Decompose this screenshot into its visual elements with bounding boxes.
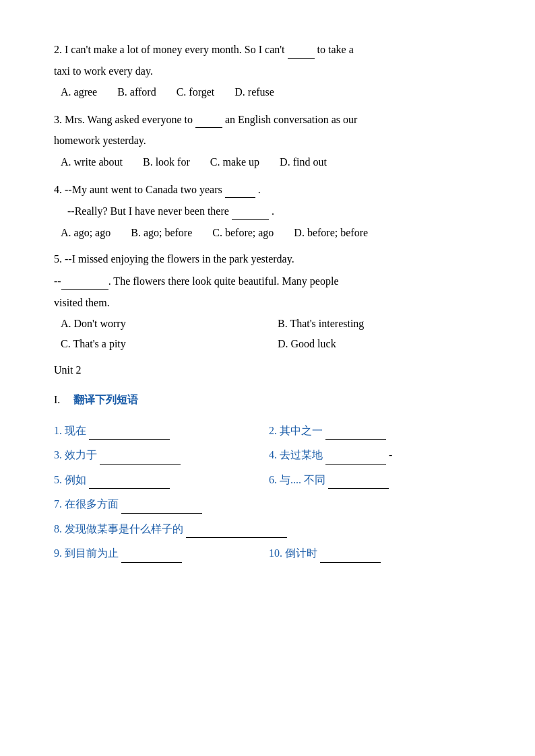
q2-options: A. agree B. afford C. forget D. refuse	[54, 83, 481, 101]
trans-item-10: 10. 倒计时	[269, 545, 481, 563]
trans-4-text: 去过某地	[280, 446, 323, 464]
trans-8-text: 发现做某事是什么样子的	[65, 520, 183, 538]
q5-line1: 5. --I missed enjoying the flowers in th…	[54, 250, 481, 268]
unit-title: Unit 2	[54, 362, 481, 379]
q2-text-prefix: 2. I can't make a lot of money every mon…	[54, 44, 285, 55]
q4-option-a: A. ago; ago	[61, 224, 111, 242]
trans-5-blank	[89, 471, 170, 489]
q2-text-line2: taxi to work every day.	[54, 63, 481, 80]
q3-option-a: A. write about	[61, 153, 123, 171]
q4-blank1	[225, 180, 255, 199]
trans-item-9: 9. 到目前为止	[54, 545, 266, 563]
q5-options: A. Don't worry B. That's interesting C. …	[54, 315, 481, 352]
q3-option-b: B. look for	[143, 153, 190, 171]
trans-4-suffix: -	[389, 446, 392, 464]
trans-9-number: 9.	[54, 545, 62, 562]
trans-row-6: 9. 到目前为止 10. 倒计时	[54, 545, 481, 563]
q5-l2-prefix: --	[54, 275, 61, 287]
trans-3-number: 3.	[54, 446, 62, 464]
trans-row-1: 1. 现在 2. 其中之一	[54, 422, 481, 440]
question-5: 5. --I missed enjoying the flowers in th…	[54, 250, 481, 352]
q3-text-suffix: an English conversation as our	[225, 114, 357, 125]
q3-option-d: D. find out	[280, 153, 327, 171]
translation-list: 1. 现在 2. 其中之一 3. 效力于 4. 去过某地 - 5. 例如	[54, 422, 481, 563]
trans-5-text: 例如	[65, 471, 86, 489]
q3-option-c: C. make up	[210, 153, 259, 171]
q2-text: 2. I can't make a lot of money every mon…	[54, 40, 481, 59]
q4-d1-prefix: 4. --My aunt went to Canada two years	[54, 184, 222, 195]
trans-3-blank	[100, 446, 181, 465]
q4-option-d: D. before; before	[294, 224, 368, 242]
q3-text-prefix: 3. Mrs. Wang asked everyone to	[54, 114, 193, 125]
section-i-header: I. 翻译下列短语	[54, 384, 481, 415]
trans-1-number: 1.	[54, 422, 62, 440]
trans-2-text: 其中之一	[280, 422, 323, 440]
q4-dialogue2: --Really? But I have never been there .	[54, 202, 481, 220]
trans-7-blank	[121, 495, 202, 514]
q4-dialogue1: 4. --My aunt went to Canada two years .	[54, 180, 481, 199]
trans-9-blank	[121, 545, 182, 563]
q5-option-d: D. Good luck	[278, 335, 481, 353]
trans-item-1: 1. 现在	[54, 422, 266, 440]
trans-2-blank	[325, 422, 386, 440]
q4-blank2	[232, 202, 269, 220]
question-3: 3. Mrs. Wang asked everyone to an Englis…	[54, 110, 481, 171]
trans-item-5: 5. 例如	[54, 471, 266, 489]
trans-row-2: 3. 效力于 4. 去过某地 -	[54, 446, 481, 465]
trans-10-blank	[320, 545, 381, 563]
q3-blank	[195, 110, 222, 129]
q5-l3-text: visited them.	[54, 297, 110, 308]
q4-d2-suffix: .	[272, 205, 274, 217]
trans-item-2: 2. 其中之一	[269, 422, 481, 440]
trans-9-text: 到目前为止	[65, 545, 119, 562]
trans-8-blank	[186, 520, 287, 539]
section-i-label: I.	[54, 391, 60, 409]
q2-blank	[288, 40, 315, 59]
trans-1-blank	[89, 422, 170, 440]
trans-10-text: 倒计时	[285, 545, 317, 562]
trans-8-number: 8.	[54, 520, 62, 538]
trans-item-7: 7. 在很多方面	[54, 495, 481, 514]
q3-text: 3. Mrs. Wang asked everyone to an Englis…	[54, 110, 481, 129]
q5-option-c: C. That's a pity	[61, 335, 264, 353]
q2-option-b: B. afford	[117, 83, 156, 101]
q5-blank	[61, 272, 108, 290]
trans-4-blank	[325, 446, 386, 465]
trans-row-4: 7. 在很多方面	[54, 495, 481, 514]
section-i-title: 翻译下列短语	[73, 391, 138, 409]
q4-d1-suffix: .	[258, 184, 261, 195]
q5-option-b: B. That's interesting	[278, 315, 481, 333]
trans-1-text: 现在	[65, 422, 86, 440]
trans-item-6: 6. 与.... 不同	[269, 471, 481, 489]
trans-7-text: 在很多方面	[65, 495, 119, 513]
trans-item-8: 8. 发现做某事是什么样子的	[54, 520, 481, 539]
q4-option-c: C. before; ago	[212, 224, 274, 242]
trans-6-text: 与.... 不同	[280, 471, 325, 489]
q3-text-line2: homework yesterday.	[54, 132, 481, 149]
q5-line2: -- . The flowers there look quite beauti…	[54, 272, 481, 290]
trans-3-text: 效力于	[65, 446, 97, 464]
q2-option-c: C. forget	[177, 83, 215, 101]
question-4: 4. --My aunt went to Canada two years . …	[54, 180, 481, 242]
q4-option-b: B. ago; before	[131, 224, 192, 242]
trans-item-4: 4. 去过某地 -	[269, 446, 481, 465]
q5-option-a: A. Don't worry	[61, 315, 264, 333]
trans-5-number: 5.	[54, 471, 62, 489]
trans-item-3: 3. 效力于	[54, 446, 266, 465]
trans-row-3: 5. 例如 6. 与.... 不同	[54, 471, 481, 489]
q5-line1-text: 5. --I missed enjoying the flowers in th…	[54, 253, 294, 265]
trans-4-number: 4.	[269, 446, 277, 464]
q2-text-suffix: to take a	[317, 44, 354, 55]
q4-options: A. ago; ago B. ago; before C. before; ag…	[54, 224, 481, 242]
q3-options: A. write about B. look for C. make up D.…	[54, 153, 481, 171]
trans-2-number: 2.	[269, 422, 277, 440]
q4-d2-prefix: --Really? But I have never been there	[67, 205, 229, 217]
trans-10-number: 10.	[269, 545, 282, 562]
trans-row-5: 8. 发现做某事是什么样子的	[54, 520, 481, 539]
trans-6-number: 6.	[269, 471, 277, 489]
trans-6-blank	[328, 471, 389, 489]
q5-line3: visited them.	[54, 294, 481, 312]
q2-option-a: A. agree	[61, 83, 97, 101]
q5-l2-suffix: . The flowers there look quite beautiful…	[108, 275, 339, 287]
question-2: 2. I can't make a lot of money every mon…	[54, 40, 481, 101]
